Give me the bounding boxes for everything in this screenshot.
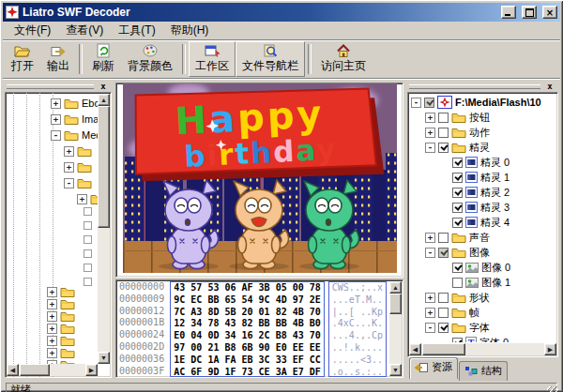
tree-node[interactable]: +形状 bbox=[410, 290, 555, 305]
scroll-down-icon[interactable]: ▼ bbox=[389, 364, 402, 376]
toolbar-refresh-button[interactable]: 刷新 bbox=[85, 41, 121, 77]
minimize-button[interactable] bbox=[501, 6, 516, 19]
resources-tree[interactable]: -F:\Media\Flash\10+按钮+动作-精灵精灵 0精灵 1精灵 2精… bbox=[407, 92, 558, 357]
node-checkbox[interactable] bbox=[438, 113, 449, 123]
tree-node[interactable]: -图像 bbox=[410, 245, 555, 260]
node-checkbox[interactable] bbox=[452, 263, 463, 273]
toolbar-file-nav-button[interactable]: 文件导航栏 bbox=[236, 41, 305, 77]
scrollbar-thumb[interactable] bbox=[20, 364, 50, 376]
tree-node-stub[interactable] bbox=[84, 221, 92, 230]
folder-node[interactable]: +Ebo bbox=[51, 97, 100, 110]
scroll-right-icon[interactable]: ▶ bbox=[85, 364, 98, 376]
folder-node[interactable]: +Ima bbox=[51, 113, 99, 126]
node-checkbox[interactable] bbox=[438, 233, 449, 243]
tree-node[interactable]: 精灵 0 bbox=[410, 155, 555, 170]
preview-canvas[interactable]: Happy birthday bbox=[115, 83, 403, 278]
tree-node-stub[interactable] bbox=[84, 235, 92, 244]
node-checkbox[interactable] bbox=[452, 188, 463, 198]
expand-toggle[interactable]: + bbox=[47, 336, 57, 346]
toolbar-workspace-button[interactable]: 工作区 bbox=[189, 41, 236, 77]
tree-node-stub[interactable] bbox=[84, 249, 92, 258]
expand-toggle[interactable]: + bbox=[64, 146, 74, 157]
tree-node-stub[interactable] bbox=[84, 207, 92, 216]
tree-node-stub[interactable] bbox=[84, 278, 92, 286]
expand-toggle[interactable]: + bbox=[77, 194, 87, 204]
tree-node[interactable]: +帧 bbox=[410, 305, 555, 320]
folder-node[interactable]: + bbox=[64, 160, 92, 173]
toolbar-open-folder-button[interactable]: 打开 bbox=[5, 41, 40, 77]
tree-node[interactable]: 图像 1 bbox=[410, 275, 555, 290]
tree-node[interactable]: -字体 bbox=[410, 320, 555, 335]
expand-toggle[interactable]: + bbox=[425, 113, 435, 123]
menu-item-2[interactable]: 工具(T) bbox=[111, 21, 162, 40]
right-panel-header[interactable]: x bbox=[407, 80, 558, 92]
expand-toggle[interactable]: - bbox=[425, 248, 435, 258]
expand-toggle[interactable]: - bbox=[64, 178, 74, 188]
hex-bytes-column[interactable]: 43 57 53 06 AF 3B 05 00 78 9C EC BB 65 5… bbox=[170, 281, 325, 377]
expand-toggle[interactable]: + bbox=[47, 324, 57, 334]
tree-node[interactable]: 精灵 2 bbox=[410, 185, 555, 200]
drag-gripper[interactable] bbox=[7, 84, 94, 89]
tree-node-stub[interactable] bbox=[84, 264, 92, 272]
tree-node[interactable]: 精灵 4 bbox=[410, 215, 555, 230]
tree-node[interactable]: T字体 0 bbox=[410, 335, 555, 342]
node-checkbox[interactable] bbox=[438, 248, 449, 258]
expand-toggle[interactable]: + bbox=[64, 162, 74, 173]
drag-gripper[interactable] bbox=[409, 84, 540, 89]
hex-viewer[interactable]: 00000000 00000009 00000012 0000001B 0000… bbox=[115, 279, 403, 378]
menu-item-3[interactable]: 帮助(H) bbox=[163, 21, 217, 40]
folder-node[interactable]: + bbox=[47, 322, 75, 335]
toolbar-home-button[interactable]: 访问主页 bbox=[314, 41, 373, 77]
tree-node[interactable]: 精灵 1 bbox=[410, 170, 555, 185]
tree-node[interactable]: +声音 bbox=[410, 230, 555, 245]
expand-toggle[interactable]: + bbox=[47, 311, 57, 322]
node-checkbox[interactable] bbox=[438, 308, 449, 318]
folder-node[interactable]: + bbox=[64, 144, 92, 158]
maximize-button[interactable] bbox=[522, 6, 537, 19]
folder-node[interactable]: + bbox=[47, 346, 75, 359]
scrollbar-thumb[interactable] bbox=[98, 106, 110, 228]
expand-toggle[interactable]: + bbox=[425, 293, 435, 303]
tree-node[interactable]: +动作 bbox=[410, 125, 555, 140]
node-checkbox[interactable] bbox=[438, 323, 449, 333]
expand-toggle[interactable]: - bbox=[425, 143, 435, 153]
tree-node[interactable]: 精灵 3 bbox=[410, 200, 555, 215]
tree-node[interactable]: -精灵 bbox=[410, 140, 555, 155]
scroll-left-icon[interactable]: ◀ bbox=[409, 343, 421, 355]
node-checkbox[interactable] bbox=[438, 293, 449, 303]
expand-toggle[interactable]: - bbox=[425, 323, 435, 333]
folder-node[interactable]: + bbox=[47, 334, 75, 347]
expand-toggle[interactable]: + bbox=[51, 114, 61, 125]
expand-toggle[interactable]: - bbox=[51, 130, 61, 141]
directory-tree[interactable]: +Ebo+Ima-Med++-++++++++▲▼◀▶ bbox=[5, 92, 112, 378]
expand-toggle[interactable]: + bbox=[47, 287, 57, 297]
toolbar-palette-button[interactable]: 背景颜色 bbox=[121, 41, 179, 77]
expand-toggle[interactable]: - bbox=[411, 98, 421, 108]
folder-node[interactable]: -Med bbox=[51, 128, 101, 142]
tree-node[interactable]: 图像 0 bbox=[410, 260, 555, 275]
expand-toggle[interactable]: + bbox=[425, 233, 435, 243]
expand-toggle[interactable]: + bbox=[425, 308, 435, 318]
folder-node[interactable]: + bbox=[47, 285, 75, 298]
toolbar-export-button[interactable]: 输出 bbox=[40, 41, 76, 77]
scroll-right-icon[interactable]: ▶ bbox=[544, 343, 556, 355]
node-checkbox[interactable] bbox=[424, 98, 434, 108]
scrollbar-thumb[interactable] bbox=[422, 343, 465, 355]
scrollbar-thumb[interactable] bbox=[389, 294, 402, 314]
right-panel-close-icon[interactable]: x bbox=[543, 81, 556, 92]
tree-node[interactable]: -F:\Media\Flash\10 bbox=[410, 95, 555, 110]
menu-item-1[interactable]: 查看(V) bbox=[58, 21, 111, 40]
node-checkbox[interactable] bbox=[438, 128, 449, 138]
node-checkbox[interactable] bbox=[452, 203, 463, 213]
tab-structure[interactable]: 结构 bbox=[459, 361, 508, 381]
scroll-up-icon[interactable]: ▲ bbox=[98, 94, 110, 106]
scroll-up-icon[interactable]: ▲ bbox=[389, 281, 402, 294]
left-panel-header[interactable]: x bbox=[5, 80, 112, 92]
folder-node[interactable]: + bbox=[47, 309, 75, 323]
expand-toggle[interactable]: + bbox=[51, 98, 61, 109]
hex-ascii-column[interactable]: CWS..;..x ...eT.M.. |..[ ..Kp .4xC...K. … bbox=[328, 281, 387, 377]
node-checkbox[interactable] bbox=[438, 143, 449, 153]
expand-toggle[interactable]: + bbox=[47, 348, 57, 358]
node-checkbox[interactable] bbox=[452, 218, 463, 228]
close-button[interactable]: × bbox=[542, 6, 557, 19]
